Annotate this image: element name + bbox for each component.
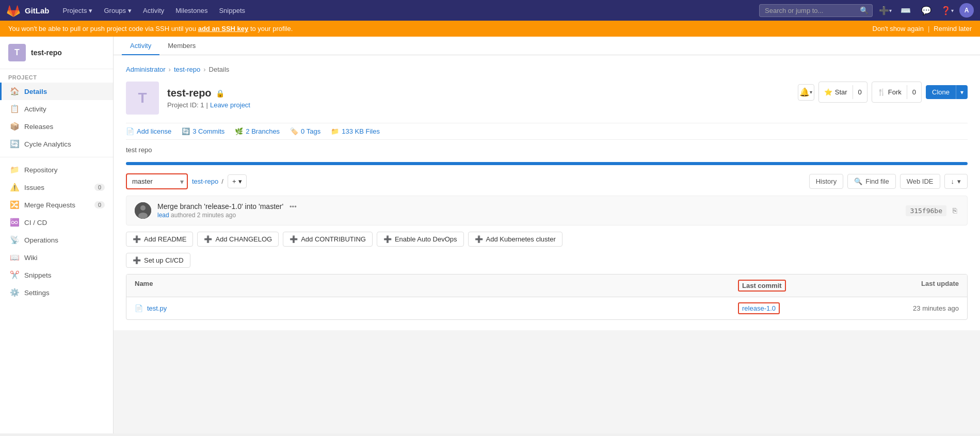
fork-btn-label[interactable]: 🍴 Fork [872,85,907,99]
history-btn[interactable]: History [809,174,843,189]
breadcrumb-administrator[interactable]: Administrator [126,66,166,73]
clone-dropdown-arrow[interactable]: ▾ [956,86,968,99]
star-btn[interactable]: ⭐ Star 0 [818,82,867,103]
more-dropdown-icon: ▾ [957,177,961,185]
commits-link[interactable]: 🔄 3 Commits [182,127,224,135]
wiki-icon: 📖 [10,253,19,262]
add-license-link[interactable]: 📄 Add license [126,127,171,135]
files-link[interactable]: 📁 133 KB Files [331,127,380,135]
branch-select-wrap: master [126,173,188,189]
add-changelog-btn[interactable]: ➕ Add CHANGELOG [197,232,279,247]
nav-groups[interactable]: Groups ▾ [99,5,137,17]
add-contributing-btn[interactable]: ➕ Add CONTRIBUTING [283,232,373,247]
leave-project-link[interactable]: Leave project [210,101,250,109]
git-icon: ↓ [951,177,955,185]
dropdown-icon: ▾ [238,177,242,185]
search-container: Search or jump to... 🔍 [759,4,873,17]
file-name-link[interactable]: 📄 test.py [135,304,167,312]
add-readme-btn[interactable]: ➕ Add README [126,232,193,247]
nav-milestones[interactable]: Milestones [170,5,213,17]
commit-message-link[interactable]: Merge branch 'release-1.0' into 'master' [157,202,283,211]
chat-btn[interactable]: 💬 [918,2,935,19]
clone-btn[interactable]: Clone ▾ [926,85,968,99]
file-update-col: 23 minutes ago [864,297,967,319]
plus-menu-btn[interactable]: ➕ ▾ [877,2,893,19]
notification-btn[interactable]: 🔔 ▾ [798,84,814,101]
gitlab-brand-name: GitLab [25,6,50,15]
ssh-key-link[interactable]: add an SSH key [198,25,249,33]
file-commit-link[interactable]: release-1.0 [738,302,780,314]
sidebar-item-releases[interactable]: 📦 Releases [0,118,113,135]
commit-info: Merge branch 'release-1.0' into 'master'… [157,202,297,219]
help-btn[interactable]: ❓ ▾ [939,2,955,19]
commit-bar: Merge branch 'release-1.0' into 'master'… [126,196,968,225]
copy-hash-btn[interactable]: ⎘ [951,205,959,216]
nav-snippets[interactable]: Snippets [214,5,250,17]
project-main-area: Administrator › test-repo › Details T te… [114,55,980,330]
breadcrumb-test-repo[interactable]: test-repo [174,66,200,73]
star-btn-label[interactable]: ⭐ Star [819,85,853,99]
find-file-btn[interactable]: 🔍 Find file [847,174,896,189]
sidebar-item-ci-cd[interactable]: ♾️ CI / CD [0,214,113,231]
sidebar-item-details[interactable]: 🏠 Details [0,83,113,100]
project-header: T test-repo 🔒 Project ID: 1 | Leave proj… [126,82,968,115]
sidebar-activity-label: Activity [24,105,46,113]
sidebar-item-snippets[interactable]: ✂️ Snippets [0,266,113,284]
web-ide-btn[interactable]: Web IDE [900,174,940,189]
tab-members[interactable]: Members [159,37,204,55]
repo-path-name[interactable]: test-repo [192,177,218,185]
setup-plus-icon: ➕ [133,256,141,264]
clone-btn-label[interactable]: Clone [926,85,956,99]
issues-icon: ⚠️ [10,183,19,192]
file-commit-col: release-1.0 [730,297,864,319]
remind-later-btn[interactable]: Remind later [934,25,972,33]
tab-activity[interactable]: Activity [122,37,159,55]
sidebar-snippets-label: Snippets [24,271,52,279]
merge-requests-icon: 🔀 [10,200,19,209]
fork-count: 0 [907,85,921,99]
nav-projects[interactable]: Projects ▾ [58,5,98,17]
nav-activity[interactable]: Activity [138,5,169,17]
branches-link[interactable]: 🌿 2 Branches [235,127,280,135]
more-actions-btn[interactable]: ↓ ▾ [944,174,968,189]
sidebar-item-cycle-analytics[interactable]: 🔄 Cycle Analytics [0,135,113,153]
files-icon: 📁 [331,127,339,135]
ssh-banner-actions: Don't show again | Remind later [873,25,972,33]
commit-author-link[interactable]: lead [157,212,169,219]
search-bar[interactable]: Search or jump to... 🔍 [759,4,873,17]
home-icon: 🏠 [10,87,19,96]
gitlab-logo[interactable]: GitLab [6,3,50,18]
snippets-icon: ✂️ [10,270,19,280]
sidebar-item-settings[interactable]: ⚙️ Settings [0,284,113,301]
keyboard-shortcut-btn[interactable]: ⌨️ [897,2,914,19]
readme-plus-icon: ➕ [133,235,141,243]
issues-badge: 0 [94,184,105,191]
merge-requests-badge: 0 [94,201,105,208]
ssh-banner-message: You won't be able to pull or push projec… [8,25,293,33]
repo-add-btn[interactable]: + ▾ [228,174,247,188]
tags-link[interactable]: 🏷️ 0 Tags [290,127,320,135]
dont-show-again-btn[interactable]: Don't show again [873,25,924,33]
user-avatar[interactable]: A [959,3,974,18]
sidebar-item-issues[interactable]: ⚠️ Issues 0 [0,179,113,196]
sidebar-item-activity[interactable]: 📋 Activity [0,100,113,118]
star-count: 0 [853,85,867,99]
activity-icon: 📋 [10,104,19,114]
sidebar-details-label: Details [24,88,47,95]
sidebar-item-repository[interactable]: 📁 Repository [0,161,113,179]
svg-point-2 [138,213,148,219]
branch-select[interactable]: master [126,173,188,189]
commit-message: Merge branch 'release-1.0' into 'master'… [157,202,297,211]
sidebar-item-merge-requests[interactable]: 🔀 Merge Requests 0 [0,196,113,214]
sidebar-settings-label: Settings [24,289,50,297]
project-meta: Project ID: 1 | Leave project [167,101,250,109]
sidebar-item-operations[interactable]: 📡 Operations [0,231,113,249]
fork-btn[interactable]: 🍴 Fork 0 [872,82,922,103]
repo-controls-right: History 🔍 Find file Web IDE ↓ ▾ [809,174,968,189]
setup-ci-cd-btn[interactable]: ➕ Set up CI/CD [126,253,190,268]
enable-auto-devops-btn[interactable]: ➕ Enable Auto DevOps [377,232,464,247]
sidebar-item-wiki[interactable]: 📖 Wiki [0,249,113,266]
add-kubernetes-btn[interactable]: ➕ Add Kubernetes cluster [468,232,563,247]
table-row: 📄 test.py release-1.0 23 minutes ago [126,297,967,319]
changelog-plus-icon: ➕ [204,235,212,243]
